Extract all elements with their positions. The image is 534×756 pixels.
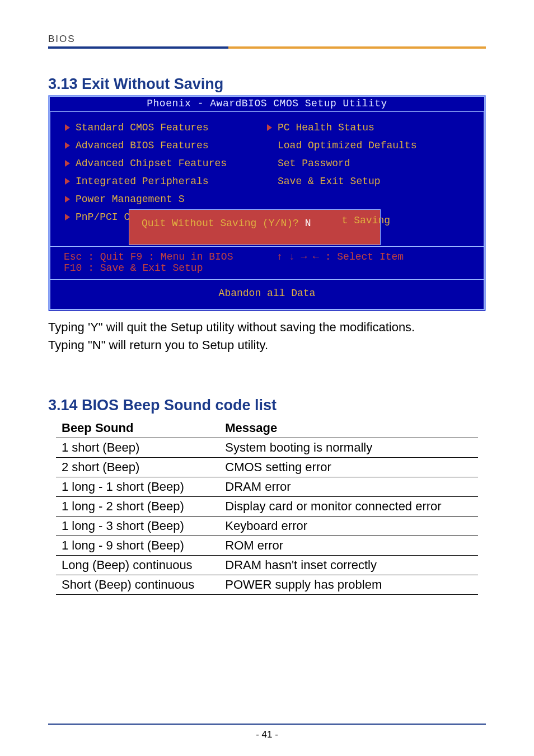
body-text-2: Typing "N" will return you to Setup util…: [48, 337, 486, 354]
cell-beep: Short (Beep) continuous: [56, 575, 219, 595]
bios-main: Standard CMOS Features Advanced BIOS Fea…: [50, 112, 484, 229]
cell-msg: DRAM error: [219, 477, 478, 497]
cell-beep: Long (Beep) continuous: [56, 556, 219, 575]
cell-beep: 1 long - 3 short (Beep): [56, 516, 219, 536]
partial-text-t-saving: t Saving: [342, 215, 390, 226]
table-row: 2 short (Beep)CMOS setting error: [56, 458, 478, 477]
dialog-text: Quit Without Saving (Y/N)?: [142, 218, 305, 229]
cell-msg: ROM error: [219, 536, 478, 556]
table-row: 1 long - 1 short (Beep)DRAM error: [56, 477, 478, 497]
menu-item-advanced-bios[interactable]: Advanced BIOS Features: [65, 137, 267, 154]
cell-msg: Display card or monitor connected error: [219, 497, 478, 516]
cell-msg: Keyboard error: [219, 516, 478, 536]
menu-item-advanced-chipset[interactable]: Advanced Chipset Features: [65, 154, 267, 172]
menu-item-pc-health[interactable]: PC Health Status: [267, 119, 469, 137]
menu-label: Advanced Chipset Features: [76, 158, 227, 169]
page-number: - 41 -: [0, 729, 534, 740]
body-text-1: Typing 'Y" will quit the Setup utility w…: [48, 319, 486, 336]
table-row: Short (Beep) continuousPOWER supply has …: [56, 575, 478, 595]
bios-panel: Standard CMOS Features Advanced BIOS Fea…: [50, 111, 484, 309]
section-title-exit: 3.13 Exit Without Saving: [48, 76, 486, 93]
cell-beep: 1 long - 1 short (Beep): [56, 477, 219, 497]
menu-label: Load Optimized Defaults: [278, 140, 416, 151]
keys-row-2: F10 : Save & Exit Setup: [50, 262, 484, 279]
table-row: 1 long - 3 short (Beep)Keyboard error: [56, 516, 478, 536]
triangle-icon: [65, 178, 70, 185]
keys-right: ↑ ↓ → ← : Select Item: [277, 251, 470, 262]
menu-label: Power Management S: [76, 194, 184, 205]
table-row: 1 long - 9 short (Beep)ROM error: [56, 536, 478, 556]
spacer: [48, 49, 486, 71]
menu-label: Advanced BIOS Features: [76, 140, 209, 151]
menu-item-integrated-peripherals[interactable]: Integrated Peripherals: [65, 172, 267, 190]
triangle-icon: [65, 142, 70, 149]
th-beep-sound: Beep Sound: [56, 419, 219, 438]
menu-label: Standard CMOS Features: [76, 122, 209, 133]
cell-beep: 1 long - 9 short (Beep): [56, 536, 219, 556]
triangle-icon: [65, 214, 70, 220]
dialog-answer: N: [305, 218, 311, 229]
cell-msg: DRAM hasn't inset correctly: [219, 556, 478, 575]
section-title-beep: 3.14 BIOS Beep Sound code list: [48, 397, 486, 414]
table-row: 1 long - 2 short (Beep)Display card or m…: [56, 497, 478, 516]
triangle-icon: [267, 124, 272, 131]
beep-table-wrap: Beep Sound Message 1 short (Beep)System …: [48, 419, 486, 595]
keys-left: Esc : Quit F9 : Menu in BIOS: [64, 251, 277, 262]
cell-beep: 2 short (Beep): [56, 458, 219, 477]
menu-item-power-management[interactable]: Power Management S: [65, 190, 267, 208]
menu-label: Set Password: [278, 158, 350, 169]
bios-footer: Abandon all Data: [50, 280, 484, 309]
cell-msg: POWER supply has problem: [219, 575, 478, 595]
menu-item-save-exit[interactable]: Save & Exit Setup: [267, 172, 469, 190]
bios-title: Phoenix - AwardBIOS CMOS Setup Utility: [50, 97, 484, 111]
cell-beep: 1 short (Beep): [56, 438, 219, 458]
bios-keys-row: Esc : Quit F9 : Menu in BIOS ↑ ↓ → ← : S…: [50, 247, 484, 262]
table-row: Long (Beep) continuousDRAM hasn't inset …: [56, 556, 478, 575]
menu-item-set-password[interactable]: Set Password: [267, 154, 469, 172]
menu-item-load-defaults[interactable]: Load Optimized Defaults: [267, 137, 469, 154]
th-message: Message: [219, 419, 478, 438]
header-label: BIOS: [48, 34, 486, 45]
cell-msg: System booting is normally: [219, 438, 478, 458]
bios-window: Phoenix - AwardBIOS CMOS Setup Utility S…: [48, 95, 486, 311]
cell-beep: 1 long - 2 short (Beep): [56, 497, 219, 516]
triangle-icon: [65, 160, 70, 167]
header-rule: [48, 46, 486, 49]
triangle-icon: [65, 124, 70, 131]
menu-label: Save & Exit Setup: [278, 176, 381, 187]
menu-label: Integrated Peripherals: [76, 176, 209, 187]
page: BIOS 3.13 Exit Without Saving Phoenix - …: [0, 0, 534, 756]
table-header-row: Beep Sound Message: [56, 419, 478, 438]
beep-table: Beep Sound Message 1 short (Beep)System …: [56, 419, 478, 595]
cell-msg: CMOS setting error: [219, 458, 478, 477]
menu-label: PC Health Status: [278, 122, 374, 133]
table-row: 1 short (Beep)System booting is normally: [56, 438, 478, 458]
spacer: [48, 353, 486, 392]
footer-rule: [48, 724, 486, 725]
menu-item-standard-cmos[interactable]: Standard CMOS Features: [65, 119, 267, 137]
triangle-icon: [65, 196, 70, 203]
